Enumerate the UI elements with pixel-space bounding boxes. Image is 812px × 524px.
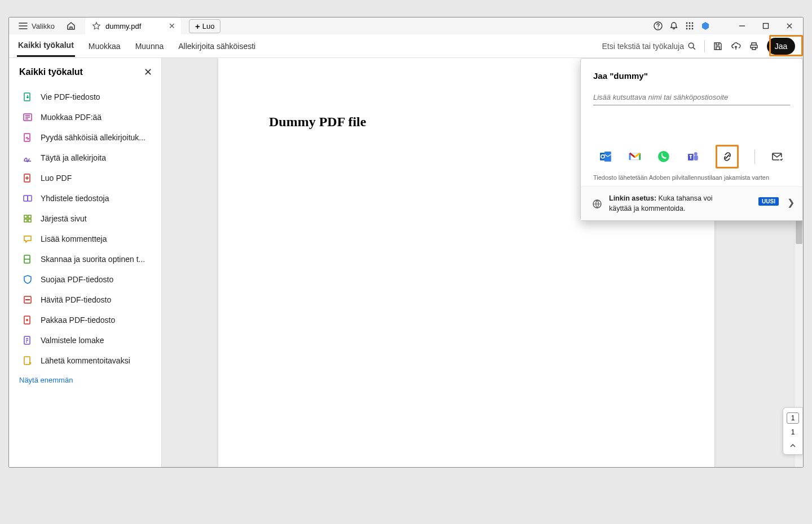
save-button[interactable] — [713, 41, 723, 51]
svg-point-2 — [686, 23, 688, 24]
document-tab[interactable]: dummy.pdf ✕ — [85, 17, 181, 34]
tool-combine-files[interactable]: Yhdistele tiedostoja — [19, 189, 156, 208]
tool-organize-pages[interactable]: Järjestä sivut — [19, 209, 156, 228]
svg-point-4 — [692, 23, 694, 24]
svg-point-7 — [692, 25, 694, 27]
account-button[interactable] — [700, 21, 710, 31]
share-panel: Jaa "dummy" Tiedosto lähetetään Adoben p… — [580, 58, 803, 221]
new-badge: UUSI — [758, 197, 779, 206]
svg-point-5 — [686, 25, 688, 27]
toolbar-item-sign[interactable]: Allekirjoita sähköisesti — [177, 36, 257, 56]
notifications-button[interactable] — [669, 21, 679, 31]
tool-fill-sign[interactable]: Täytä ja allekirjoita — [19, 148, 156, 167]
tool-scan-ocr[interactable]: Skannaa ja suorita optinen t... — [19, 250, 156, 269]
share-outlook-button[interactable] — [599, 150, 612, 163]
toolbar-item-edit[interactable]: Muokkaa — [87, 36, 122, 56]
tool-protect-pdf[interactable]: Suojaa PDF-tiedosto — [19, 270, 156, 289]
share-link-button[interactable] — [721, 150, 734, 163]
svg-rect-19 — [24, 215, 27, 218]
tab-title: dummy.pdf — [105, 22, 141, 30]
toolbar-item-all-tools[interactable]: Kaikki työkalut — [17, 35, 75, 57]
main-menu-button[interactable]: Valikko — [14, 19, 59, 33]
tool-create-pdf[interactable]: Luo PDF — [19, 168, 156, 188]
tool-list: Vie PDF-tiedosto Muokkaa PDF:ää Pyydä sä… — [19, 87, 156, 370]
tool-redact-pdf[interactable]: Hävitä PDF-tiedosto — [19, 290, 156, 309]
svg-rect-17 — [24, 196, 28, 201]
svg-rect-11 — [764, 24, 769, 29]
total-pages: 1 — [791, 426, 795, 439]
share-gmail-button[interactable] — [628, 150, 642, 163]
svg-rect-25 — [25, 299, 30, 300]
document-viewport[interactable]: Dummy PDF file Jaa "dummy" — [161, 58, 803, 467]
plus-icon: + — [195, 21, 200, 31]
link-settings-row[interactable]: Linkin asetus: Kuka tahansa voi käyttää … — [581, 186, 802, 220]
main-menu-label: Valikko — [32, 22, 55, 30]
svg-rect-20 — [28, 215, 31, 218]
scroll-to-top-button[interactable] — [789, 439, 797, 452]
tab-close-button[interactable]: ✕ — [169, 21, 175, 30]
main-toolbar: Kaikki työkalut Muokkaa Muunna Allekirjo… — [9, 34, 803, 58]
svg-rect-21 — [24, 219, 27, 222]
share-recipient-input[interactable] — [593, 91, 790, 105]
svg-rect-40 — [694, 156, 698, 161]
toolbar-item-convert[interactable]: Muunna — [134, 36, 165, 56]
share-link-button-highlight — [716, 145, 739, 168]
share-invite-button[interactable] — [771, 150, 784, 163]
apps-grid-button[interactable] — [685, 21, 695, 31]
print-button[interactable] — [749, 41, 759, 51]
share-cloud-note: Tiedosto lähetetään Adoben pilvitallennu… — [593, 174, 790, 186]
share-panel-title: Jaa "dummy" — [593, 71, 790, 81]
tool-add-comments[interactable]: Lisää kommentteja — [19, 229, 156, 248]
svg-rect-18 — [28, 196, 32, 201]
search-placeholder: Etsi tekstiä tai työkaluja — [602, 42, 684, 51]
share-whatsapp-button[interactable] — [657, 150, 670, 163]
svg-point-39 — [694, 152, 698, 156]
svg-point-10 — [692, 28, 694, 30]
show-more-link[interactable]: Näytä enemmän — [19, 376, 156, 384]
all-tools-sidebar: Kaikki työkalut ✕ Vie PDF-tiedosto Muokk… — [9, 58, 161, 467]
svg-point-8 — [686, 28, 688, 30]
svg-rect-22 — [28, 219, 31, 222]
share-button[interactable]: Jaa — [767, 38, 795, 55]
create-button[interactable]: + Luo — [189, 19, 220, 33]
sidebar-title: Kaikki työkalut — [19, 67, 83, 77]
home-icon — [66, 21, 76, 31]
globe-icon — [592, 199, 602, 209]
help-button[interactable] — [653, 21, 663, 31]
create-label: Luo — [202, 22, 215, 30]
app-body: Kaikki työkalut ✕ Vie PDF-tiedosto Muokk… — [9, 58, 803, 467]
search-field[interactable]: Etsi tekstiä tai työkaluja — [602, 42, 696, 51]
tool-compress-pdf[interactable]: Pakkaa PDF-tiedosto — [19, 310, 156, 330]
window-close-button[interactable] — [780, 18, 798, 34]
window-maximize-button[interactable] — [757, 18, 775, 34]
page-indicator: 1 1 — [783, 407, 803, 455]
sidebar-close-button[interactable]: ✕ — [144, 66, 152, 78]
chevron-right-icon: ❯ — [787, 197, 795, 208]
share-apps-row — [593, 146, 790, 172]
hamburger-icon — [18, 21, 28, 31]
star-icon — [92, 21, 101, 30]
svg-point-12 — [689, 43, 694, 48]
current-page-input[interactable]: 1 — [787, 412, 799, 424]
svg-point-3 — [689, 23, 691, 24]
search-icon — [687, 42, 696, 51]
titlebar: Valikko dummy.pdf ✕ + Luo — [9, 17, 803, 34]
tool-prepare-form[interactable]: Valmistele lomake — [19, 331, 156, 350]
window-minimize-button[interactable] — [733, 18, 751, 34]
app-window: Valikko dummy.pdf ✕ + Luo — [8, 17, 804, 468]
svg-rect-28 — [24, 357, 30, 365]
link-settings-label: Linkin asetus: — [609, 194, 656, 202]
svg-point-6 — [689, 25, 691, 27]
tool-send-for-comments[interactable]: Lähetä kommentoitavaksi — [19, 351, 156, 370]
share-teams-button[interactable] — [686, 150, 700, 163]
tool-edit-pdf[interactable]: Muokkaa PDF:ää — [19, 108, 156, 127]
svg-point-1 — [657, 28, 659, 29]
svg-point-9 — [689, 28, 691, 30]
tool-request-signatures[interactable]: Pyydä sähköisiä allekirjoituk... — [19, 128, 156, 147]
cloud-upload-button[interactable] — [731, 41, 741, 51]
home-button[interactable] — [63, 19, 80, 33]
tool-export-pdf[interactable]: Vie PDF-tiedosto — [19, 87, 156, 106]
